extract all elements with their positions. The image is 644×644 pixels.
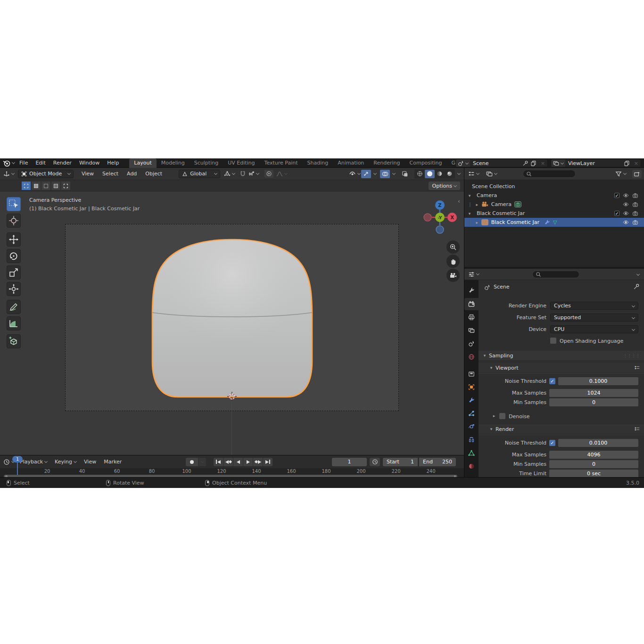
transform-orientation-dropdown[interactable]: Global (179, 170, 220, 178)
hide-eye-icon[interactable] (623, 201, 629, 208)
scene-selector[interactable]: Scene × (455, 159, 548, 167)
panel-drag-dots[interactable]: ⋮⋮⋮⋮ (623, 354, 640, 358)
navigation-gizmo[interactable]: Z X -Y (421, 199, 458, 236)
outliner-row-jar-collection[interactable]: ▾ Black Cosmetic Jar ✓ (464, 209, 644, 218)
feature-set-dropdown[interactable]: Supported (550, 314, 638, 322)
gizmo-dropdown-chevron[interactable] (373, 172, 377, 175)
pan-hand-button[interactable] (446, 255, 460, 268)
playhead-frame-badge[interactable]: 1 (12, 456, 23, 462)
tab-layout[interactable]: Layout (129, 158, 156, 168)
denoise-checkbox[interactable] (499, 413, 505, 419)
select-mode-subtract-button[interactable] (41, 182, 50, 190)
mode-dropdown[interactable]: Object Mode (18, 170, 74, 178)
show-gizmo-toggle[interactable] (361, 170, 371, 178)
new-collection-button[interactable] (632, 170, 642, 178)
tool-rotate[interactable] (7, 249, 21, 263)
new-viewlayer-icon[interactable] (622, 160, 632, 166)
cosmetic-jar-model[interactable] (150, 237, 314, 399)
device-dropdown[interactable]: CPU (550, 325, 638, 333)
expand-icon[interactable]: ▾ (467, 211, 472, 216)
tab-object-data-properties[interactable] (464, 447, 479, 459)
render-subpanel-header[interactable]: ▾ Render •─•─ (479, 424, 644, 434)
menu-window[interactable]: Window (75, 158, 103, 168)
unlink-scene-icon[interactable]: × (538, 160, 547, 166)
tool-scale[interactable] (7, 265, 21, 280)
tab-texture-paint[interactable]: Texture Paint (260, 158, 303, 168)
render-visibility-icon[interactable] (632, 219, 638, 226)
viewport-canvas[interactable]: Camera Perspective (1) Black Cosmetic Ja… (0, 191, 464, 455)
snap-target-icon[interactable] (248, 171, 259, 177)
tab-world-properties[interactable] (464, 351, 479, 363)
current-frame-field[interactable]: 1 (332, 458, 367, 466)
outliner-row-jar-object[interactable]: | ▸ ▽ Black Cosmetic Jar ▽ (464, 218, 644, 227)
tab-view-layer-properties[interactable] (464, 324, 479, 337)
editor-type-3d-viewport-icon[interactable] (0, 171, 16, 177)
scene-icon[interactable] (456, 159, 470, 167)
tab-output-properties[interactable] (464, 311, 479, 323)
outliner-display-mode-icon[interactable] (468, 171, 479, 177)
viewlayer-name[interactable]: ViewLayer (565, 160, 622, 166)
next-keyframe-button[interactable] (253, 458, 263, 466)
tab-sculpting[interactable]: Sculpting (190, 158, 223, 168)
tab-material-properties[interactable] (464, 460, 479, 472)
show-object-types-icon[interactable] (349, 170, 360, 177)
select-mode-set-button[interactable] (22, 182, 31, 190)
tab-constraints-properties[interactable] (464, 434, 479, 446)
tab-particles-properties[interactable] (464, 407, 479, 420)
osl-checkbox[interactable] (550, 338, 556, 344)
render-engine-dropdown[interactable]: Cycles (550, 302, 638, 310)
outliner-row-camera-collection[interactable]: ▾ Camera ✓ (464, 191, 644, 200)
preset-menu-icon[interactable]: •─•─ (634, 366, 639, 370)
tab-tool-properties[interactable] (464, 284, 479, 297)
tool-transform[interactable] (7, 282, 21, 296)
tab-collection-properties[interactable] (464, 368, 479, 380)
preset-menu-icon[interactable]: •─•─ (634, 427, 639, 431)
jump-to-end-button[interactable] (263, 458, 272, 466)
viewport-noise-threshold-checkbox[interactable]: ✓ (549, 378, 555, 384)
menu-keying[interactable]: Keying (51, 459, 80, 465)
collection-checkbox[interactable]: ✓ (614, 211, 619, 216)
previous-keyframe-button[interactable] (223, 458, 233, 466)
tool-cursor[interactable] (7, 214, 21, 228)
menu-add[interactable]: Add (123, 171, 141, 177)
zoom-button[interactable] (446, 240, 460, 254)
expand-icon[interactable]: ▾ (467, 193, 472, 198)
sampling-panel-header[interactable]: ▾ Sampling ⋮⋮⋮⋮ (479, 351, 644, 360)
expand-icon[interactable]: ▸ (475, 202, 479, 207)
hide-eye-icon[interactable] (623, 210, 629, 217)
menu-marker[interactable]: Marker (100, 459, 125, 465)
play-reverse-button[interactable] (233, 458, 243, 466)
tab-scene-properties[interactable] (464, 338, 479, 350)
tab-render-properties[interactable] (464, 298, 479, 310)
jump-to-start-button[interactable] (214, 458, 223, 466)
properties-options-chevron[interactable] (636, 272, 640, 276)
outliner-search-input[interactable] (523, 170, 576, 178)
render-noise-threshold-checkbox[interactable]: ✓ (549, 440, 555, 446)
render-max-samples-value[interactable]: 4096 (549, 451, 638, 459)
outliner-filter-icon[interactable] (615, 171, 626, 177)
outliner-row-scene-collection[interactable]: Scene Collection (464, 182, 644, 191)
select-mode-extend-button[interactable] (32, 182, 41, 190)
camera-view-button[interactable] (446, 269, 460, 282)
tab-animation[interactable]: Animation (333, 158, 369, 168)
menu-render[interactable]: Render (50, 158, 75, 168)
pivot-point-icon[interactable] (224, 171, 235, 177)
proportional-falloff-icon[interactable] (276, 171, 287, 177)
remove-viewlayer-icon[interactable]: × (632, 160, 641, 166)
shading-rendered-button[interactable] (445, 170, 454, 178)
outliner-filter-view-icon[interactable] (486, 171, 497, 177)
hide-eye-icon[interactable] (623, 219, 629, 226)
expand-icon[interactable]: ▸ (475, 220, 479, 225)
auto-keying-options-chevron[interactable] (198, 458, 206, 466)
menu-select[interactable]: Select (98, 171, 123, 177)
menu-object[interactable]: Object (141, 171, 166, 177)
overlays-dropdown-chevron[interactable] (392, 172, 396, 175)
viewport-max-samples-value[interactable]: 1024 (549, 389, 638, 397)
tab-uv-editing[interactable]: UV Editing (223, 158, 259, 168)
menu-help[interactable]: Help (103, 158, 123, 168)
hide-eye-icon[interactable] (623, 192, 629, 199)
tool-move[interactable] (7, 232, 21, 247)
mesh-data-icon[interactable]: ▽ (553, 219, 557, 225)
menu-edit[interactable]: Edit (32, 158, 49, 168)
menu-file[interactable]: File (16, 158, 32, 168)
